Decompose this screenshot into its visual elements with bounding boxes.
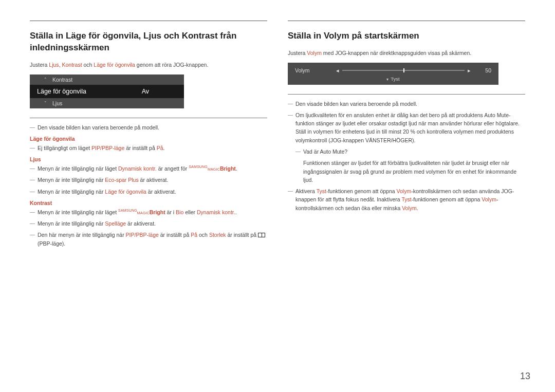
separator <box>30 118 267 118</box>
note: Menyn är inte tillgänglig när Spelläge ä… <box>30 219 267 228</box>
osd-row-bottom: ˅ Ljus <box>30 98 184 108</box>
t: eller <box>183 209 197 215</box>
note: Menyn är inte tillgänglig när Läge för ö… <box>30 188 267 196</box>
t: med JOG-knappen när direktknappsguiden v… <box>322 50 471 56</box>
left-column: Ställa in Läge för ögonvila, Ljus och Ko… <box>30 21 267 251</box>
note: Menyn är inte tillgänglig när läget SAMS… <box>30 208 267 216</box>
t: Menyn är inte tillgänglig när <box>38 189 105 195</box>
hl: Tyst <box>317 188 326 194</box>
caret-down-icon: ▾ <box>386 77 388 82</box>
hl: Volym <box>482 196 496 202</box>
osd-sel-value: Av <box>142 88 180 95</box>
chevron-down-icon: ˅ <box>44 101 49 106</box>
t: är i <box>165 209 176 215</box>
samsung-magic-bright: SAMSUNGMAGICBright <box>189 165 236 172</box>
osd-row-top: ˄ Kontrast <box>30 74 184 85</box>
t: Justera <box>30 62 49 68</box>
t: är aktiverat. <box>146 189 176 195</box>
separator <box>288 94 525 95</box>
hl: På <box>157 145 163 151</box>
right-intro: Justera Volym med JOG-knappen när direkt… <box>288 49 525 58</box>
t: . <box>235 209 237 215</box>
t: . <box>163 145 165 151</box>
t: är inställt på <box>124 145 156 151</box>
t: är angett för <box>157 165 189 172</box>
t: Menyn är inte tillgänglig när läget <box>38 165 118 172</box>
note-mute: Aktivera Tyst-funktionen genom att öppna… <box>288 187 525 212</box>
note: Menyn är inte tillgänglig när läget Dyna… <box>30 164 267 173</box>
right-heading: Ställa in Volym på startskärmen <box>288 30 525 42</box>
pbp-icon <box>258 233 265 237</box>
osd-volume-below: ▾Tyst <box>288 76 498 82</box>
t: Menyn är inte tillgänglig när läget <box>38 209 118 215</box>
hl-ljus: Ljus <box>49 62 59 68</box>
t: är aktiverat. <box>139 177 169 183</box>
t: Aktivera <box>295 188 317 194</box>
t: . <box>236 165 237 172</box>
t: Justera <box>288 50 307 56</box>
hl: PIP/PBP-läge <box>126 232 159 238</box>
note-model: Den visade bilden kan variera beroende p… <box>288 100 525 108</box>
slider-track <box>342 70 465 71</box>
hl: Bio <box>176 209 183 215</box>
hl: Tyst <box>401 196 411 202</box>
subhead-ljus: Ljus <box>30 156 267 162</box>
note-model: Den visade bilden kan variera beroende p… <box>30 123 267 132</box>
hl: PIP/PBP-läge <box>91 145 124 151</box>
note-answer: Funktionen stänger av ljudet för att för… <box>295 159 525 184</box>
hl: På <box>191 232 197 238</box>
osd-row-selected: Läge för ögonvila Av <box>30 85 184 98</box>
hl-kontrast: Kontrast <box>62 62 82 68</box>
t: Den här menyn är inte tillgänglig när <box>38 232 126 238</box>
osd-volume-label: Volym <box>295 67 336 73</box>
t: är aktiverat. <box>126 220 156 227</box>
osd-volume: Volym ◂ ▸ 50 ▾Tyst <box>288 63 498 85</box>
left-intro: Justera Ljus, Kontrast och Läge för ögon… <box>30 61 267 69</box>
t: -funktionen genom att öppna <box>326 188 397 194</box>
osd-sel-label: Läge för ögonvila <box>37 88 86 95</box>
chevron-up-icon: ˄ <box>44 77 49 82</box>
t: Menyn är inte tillgänglig när <box>38 220 105 227</box>
rule <box>288 21 525 21</box>
hl: Dynamisk kontr. <box>118 165 157 172</box>
caret-left-icon: ◂ <box>336 67 339 73</box>
hl-lage: Läge för ögonvila <box>94 62 135 68</box>
t: Menyn är inte tillgänglig när <box>38 177 105 183</box>
hl: Dynamisk kontr. <box>197 209 235 215</box>
samsung-magic-bright: SAMSUNGMAGICBright <box>118 209 165 215</box>
hl-volym: Volym <box>307 50 322 56</box>
hl: Storlek <box>209 232 226 238</box>
osd-eye-saver: ˄ Kontrast Läge för ögonvila Av ˅ Ljus <box>30 74 184 108</box>
right-column: Ställa in Volym på startskärmen Justera … <box>288 21 525 251</box>
note-automute: Om ljudkvaliteten för en ansluten enhet … <box>288 111 525 144</box>
t: Ej tillgängligt om läget <box>38 145 91 151</box>
t: -funktionen genom att öppna <box>412 196 482 202</box>
osd-mute-label: Tyst <box>391 76 399 82</box>
hl: Eco-spar Plus <box>105 177 138 183</box>
note: Menyn är inte tillgänglig när Eco-spar P… <box>30 176 267 184</box>
t: genom att röra JOG-knappen. <box>135 62 208 68</box>
hl: Läge för ögonvila <box>105 189 146 195</box>
t: är inställt på <box>159 232 191 238</box>
page-number: 13 <box>520 371 530 382</box>
osd-volume-slider: ◂ ▸ <box>336 67 471 73</box>
hl: Volym <box>397 188 412 194</box>
note: Den här menyn är inte tillgänglig när PI… <box>30 231 267 248</box>
osd-volume-row: Volym ◂ ▸ 50 <box>288 66 498 75</box>
subhead-kontrast: Kontrast <box>30 200 267 206</box>
note-question: Vad är Auto Mute? <box>295 147 525 156</box>
t: (PBP-läge). <box>38 240 65 247</box>
osd-top-label: Kontrast <box>52 77 72 83</box>
hl: Volym <box>402 205 417 211</box>
t: . <box>417 205 418 211</box>
left-heading: Ställa in Läge för ögonvila, Ljus och Ko… <box>30 30 267 54</box>
t: och <box>197 232 209 238</box>
osd-volume-value: 50 <box>471 67 491 73</box>
note: Ej tillgängligt om läget PIP/PBP-läge är… <box>30 144 267 152</box>
t: är inställt på <box>226 232 258 238</box>
slider-thumb <box>403 68 404 72</box>
osd-bottom-label: Ljus <box>52 100 62 106</box>
hl: Spelläge <box>105 220 126 227</box>
rule <box>30 21 267 21</box>
subhead-eyesaver: Läge för ögonvila <box>30 136 267 142</box>
